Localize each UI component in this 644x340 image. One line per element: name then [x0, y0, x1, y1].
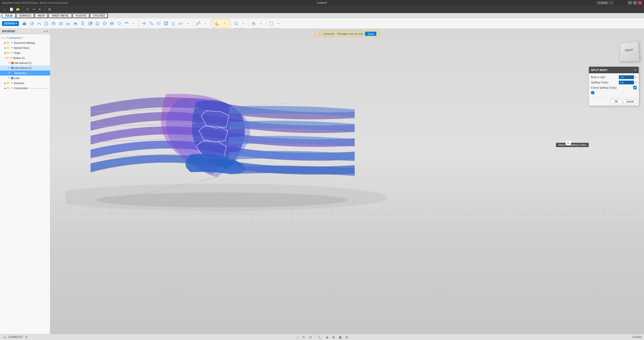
browser-item-named-views[interactable]: ▶ 📁 👁 Named Views [0, 45, 50, 50]
extrude-btn[interactable] [21, 20, 28, 27]
browser-item-half-helicoid-1[interactable]: 👁 half-helicoid (1) [0, 60, 50, 65]
comments-expand-btn[interactable]: ◂ [2, 335, 7, 340]
pipe-btn[interactable] [123, 20, 130, 27]
construction-expand: ▶ [5, 87, 6, 89]
display-btn[interactable]: ▦ [338, 335, 343, 340]
named-views-label: Named Views [14, 47, 29, 49]
undo-btn[interactable]: ↩ [25, 7, 30, 12]
modify-more-btn[interactable]: ▾ [184, 20, 191, 27]
browser-item-tetrahedron[interactable]: 👁 tetrahedron [0, 71, 50, 76]
redo-btn[interactable]: ↪ [31, 7, 36, 12]
create-more-btn[interactable]: ▾ [130, 20, 137, 27]
extend-checkbox[interactable] [633, 86, 637, 89]
move-btn[interactable] [141, 20, 148, 27]
tab-mesh[interactable]: MESH [35, 13, 48, 18]
browser-item-half-helicoid-2[interactable]: 👁 half-helicoid (1) [0, 65, 50, 71]
insert-more-btn[interactable]: ▾ [257, 20, 264, 27]
web-btn[interactable] [57, 20, 64, 27]
camera-btn[interactable]: ⊟ [344, 335, 349, 340]
comments-settings-btn[interactable]: ⚙ [24, 335, 29, 340]
maximize-btn[interactable]: □ [633, 1, 637, 5]
select-more-btn[interactable]: ▾ [275, 20, 282, 27]
tab-solid[interactable]: SOLID [2, 13, 16, 18]
undo-history-btn[interactable]: ▾ [37, 7, 43, 12]
ok-btn[interactable]: OK [611, 99, 622, 104]
create-group: T [21, 20, 137, 27]
thread-btn[interactable] [79, 20, 86, 27]
viewcube[interactable]: FRONT // [619, 41, 639, 61]
browser-settings-btn[interactable]: ⚙ [46, 30, 48, 33]
tab-surface[interactable]: SURFACE [16, 13, 34, 18]
root-expand: ▾ [1, 37, 2, 39]
browser-item-origin[interactable]: ▶ 📁 👁 Origin [0, 50, 50, 55]
extend-row: Extend Splitting Tool(s) [591, 86, 637, 89]
scale-btn[interactable] [177, 20, 184, 27]
tab-plastic[interactable]: PLASTIC [73, 13, 90, 18]
inspect-more-btn[interactable]: ▾ [240, 20, 247, 27]
more-btn[interactable]: ⊞ [47, 7, 52, 12]
close-btn[interactable]: ✕ [638, 1, 642, 5]
home-icon-btn[interactable]: ⌂ [2, 7, 8, 12]
combine-btn[interactable] [155, 20, 162, 27]
insert-btn[interactable] [250, 20, 257, 27]
svg-rect-59 [269, 22, 273, 25]
open-btn[interactable]: 📂 [15, 7, 21, 12]
browser-item-bodies[interactable]: ▾ 📁 👁 Bodies (1) [0, 55, 50, 60]
sphere-btn[interactable] [101, 20, 108, 27]
title-bar: Autodesk Fusion 360 (Personal – Not for … [0, 0, 644, 6]
emboss-btn[interactable]: T [65, 20, 72, 27]
minimize-btn[interactable]: − [628, 1, 632, 5]
tab-utilities[interactable]: UTILITIES [90, 13, 108, 18]
fit-btn[interactable]: ⊡ [308, 335, 313, 340]
orbit-btn[interactable]: ↻ [301, 335, 306, 340]
construct-more-btn[interactable]: ▾ [221, 20, 228, 27]
design-dropdown[interactable]: DESIGN ▾ [2, 21, 19, 26]
construct-plane-btn[interactable] [214, 20, 221, 27]
insert-group-items: ▾ [250, 20, 264, 27]
box-btn[interactable] [87, 20, 94, 27]
splitting-tools-clear[interactable]: ✕ [634, 81, 637, 84]
coil-btn[interactable] [116, 20, 123, 27]
body-to-split-input[interactable] [619, 75, 634, 79]
svg-marker-35 [144, 24, 145, 25]
body-to-split-clear[interactable]: ✕ [634, 76, 637, 79]
new-btn[interactable]: 📄 [9, 7, 14, 12]
new-tab-btn[interactable]: + [609, 1, 614, 5]
grid-btn[interactable]: ⊞ [331, 335, 336, 340]
zoom-btn[interactable]: 🔍 [316, 335, 321, 340]
loft-btn[interactable] [43, 20, 50, 27]
cancel-btn[interactable]: Cancel [623, 99, 637, 104]
assemble-btn[interactable] [195, 20, 202, 27]
panel-close-btn[interactable]: ✕ [634, 68, 637, 72]
draft-btn[interactable] [170, 20, 177, 27]
svg-line-56 [237, 24, 238, 25]
half-helicoid-1-label: half-helicoid (1) [14, 62, 31, 64]
appearance-btn[interactable]: ◈ [325, 335, 330, 340]
cursor-indicator: ↖ [566, 141, 571, 145]
revolve-btn[interactable] [28, 20, 35, 27]
align-btn[interactable] [148, 20, 155, 27]
browser-item-sketches[interactable]: ▶ 📁 👁 Sketches [0, 81, 50, 86]
rib-btn[interactable] [50, 20, 57, 27]
cylinder-btn[interactable] [94, 20, 101, 27]
tab-sheet-metal[interactable]: SHEET METAL [49, 13, 72, 18]
select-btn[interactable] [268, 20, 275, 27]
browser-collapse-btn[interactable]: ◂ [44, 30, 45, 33]
home-view-btn[interactable]: ⌂ [295, 335, 300, 340]
torus-btn[interactable] [108, 20, 115, 27]
hole-btn[interactable] [72, 20, 79, 27]
unsaved-text: Unsaved: [323, 32, 335, 35]
sweep-btn[interactable] [35, 20, 43, 27]
assemble-more-btn[interactable]: ▾ [202, 20, 209, 27]
browser-item-construction[interactable]: ▶ 📁 👁 Construction [0, 86, 50, 91]
browser-item-root[interactable]: ▾ ⬡ 👁 (Unsaved) ⚙ [0, 35, 50, 40]
browser-item-doc-settings[interactable]: ▶ 📁 👁 Document Settings [0, 40, 50, 45]
browser-item-cube[interactable]: 👁 cube [0, 76, 50, 81]
svg-rect-38 [150, 22, 151, 23]
viewcube-face[interactable]: FRONT // [619, 41, 640, 62]
splitting-tools-input[interactable] [619, 81, 634, 84]
inspect-btn[interactable] [232, 20, 239, 27]
save-btn[interactable]: Save [365, 32, 376, 36]
viewport[interactable]: ⚠ Unsaved: Changes may be lost Save FRON… [50, 29, 644, 334]
shell-btn[interactable] [163, 20, 170, 27]
